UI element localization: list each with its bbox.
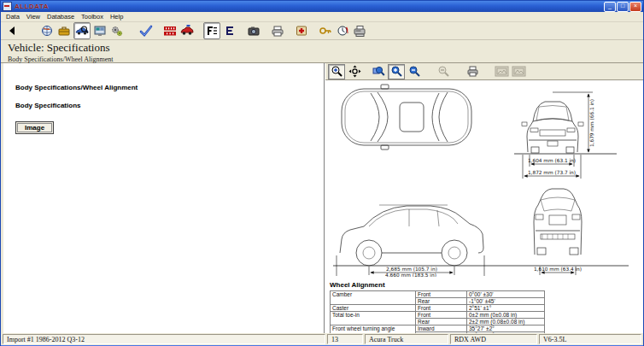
status-model: RDX AWD xyxy=(450,334,537,344)
status-make: Acura Truck xyxy=(365,334,448,344)
diagram-viewport[interactable]: 1,679 mm (66.1 in) 1,604 mm (63.1 in) 1,… xyxy=(325,80,643,333)
page-title: Vehicle: Specifications xyxy=(8,41,643,55)
key-icon[interactable] xyxy=(318,23,333,38)
value-cell: 2±2 mm (0.08±0.08 in) xyxy=(467,319,545,325)
table-row: Front wheel turning angle Inward 35°27' … xyxy=(331,325,545,332)
viewer-print-icon[interactable] xyxy=(465,65,480,79)
dim-front-height: 1,679 mm (66.1 in) xyxy=(589,99,594,147)
viewer-toolbar xyxy=(325,63,643,80)
position-cell: Front xyxy=(416,305,467,312)
wheel-alignment-table: Camber Front 0°00' ±30' Rear -1°00' ±45'… xyxy=(330,290,545,333)
left-heading-body-specs[interactable]: Body Specifications xyxy=(15,102,324,109)
position-cell: Outward xyxy=(416,332,467,334)
vehicle-dimensions-diagram: 1,679 mm (66.1 in) 1,604 mm (63.1 in) 1,… xyxy=(328,80,637,277)
breadcrumb: Body Specifications/Wheel Alignment xyxy=(8,56,643,63)
minimize-button[interactable]: _ xyxy=(604,2,616,12)
image-button[interactable]: Image xyxy=(15,121,54,134)
prev-image-disabled-icon xyxy=(494,65,509,79)
web-icon[interactable] xyxy=(39,23,55,38)
vehicle-search-icon[interactable] xyxy=(73,22,91,39)
zoom-plus-icon[interactable] xyxy=(388,64,405,79)
car-front-view xyxy=(514,102,617,154)
param-cell: Total toe-in xyxy=(331,312,416,325)
wheel-alignment-title: Wheel Alignment xyxy=(330,281,643,289)
position-cell: Rear xyxy=(416,298,467,305)
back-icon[interactable] xyxy=(5,23,20,38)
alldata-window: ALLDATA _ □ × Data View Database Toolbox… xyxy=(0,0,644,346)
new-car-icon[interactable] xyxy=(162,23,178,38)
menu-bar: Data View Database Toolbox Help xyxy=(1,12,643,22)
page-header: Vehicle: Specifications Body Specificati… xyxy=(1,40,643,63)
zoom-region-icon[interactable] xyxy=(371,65,386,79)
dim-rear-track: 1,610 mm (63.4 in) xyxy=(534,267,582,272)
fax-icon[interactable] xyxy=(352,23,367,38)
position-cell: Inward xyxy=(416,325,467,332)
left-panel: Body Specifications/Wheel Alignment Body… xyxy=(1,63,325,333)
manual-icon[interactable] xyxy=(294,23,309,38)
menu-data[interactable]: Data xyxy=(4,13,25,21)
value-cell: 2°51' ±1° xyxy=(467,305,545,312)
table-row: Total toe-in Front 0±2 mm (0±0.08 in) xyxy=(331,312,545,319)
status-bar: Import #1 1986-2012 Q3-12 13 Acura Truck… xyxy=(1,333,643,345)
image-viewer-icon[interactable] xyxy=(92,23,108,38)
param-cell: Camber xyxy=(331,291,416,305)
zoom-minus-icon[interactable] xyxy=(407,65,422,79)
camera-icon[interactable] xyxy=(246,23,261,38)
title-bar: ALLDATA _ □ × xyxy=(1,1,643,12)
history-icon[interactable] xyxy=(335,23,350,38)
maximize-button[interactable]: □ xyxy=(617,2,629,12)
status-count: 13 xyxy=(327,334,363,344)
menu-view[interactable]: View xyxy=(25,13,45,21)
main-area: Body Specifications/Wheel Alignment Body… xyxy=(1,63,643,333)
zoom-in-icon[interactable] xyxy=(328,64,345,79)
table-row: Camber Front 0°00' ±30' xyxy=(331,291,545,298)
zoom-out-disabled-icon xyxy=(436,65,451,79)
parts-icon[interactable] xyxy=(109,23,125,38)
status-engine: V6-3.5L xyxy=(539,334,641,344)
left-heading-wheel-alignment[interactable]: Body Specifications/Wheel Alignment xyxy=(15,84,324,91)
dim-front-track: 1,604 mm (63.1 in) xyxy=(528,158,576,163)
param-cell: Front wheel turning angle xyxy=(331,325,416,334)
pan-icon[interactable] xyxy=(347,65,362,79)
car-top-view xyxy=(342,85,471,150)
right-panel: 1,679 mm (66.1 in) 1,604 mm (63.1 in) 1,… xyxy=(325,63,643,333)
menu-toolbox[interactable]: Toolbox xyxy=(79,13,108,21)
value-cell: 0°00' ±30' xyxy=(467,291,545,298)
value-cell: 30°20' ±1° (Reference) xyxy=(467,332,545,334)
value-cell: 0±2 mm (0±0.08 in) xyxy=(467,312,545,319)
close-button[interactable]: × xyxy=(629,2,641,12)
position-cell: Rear xyxy=(416,319,467,325)
position-cell: Front xyxy=(416,312,467,319)
print-icon[interactable] xyxy=(270,23,285,38)
repair-car-icon[interactable] xyxy=(179,23,195,38)
dim-overall-length: 4,660 mm (183.5 in) xyxy=(385,273,436,278)
window-title: ALLDATA xyxy=(15,3,49,10)
value-cell: -1°00' ±45' xyxy=(467,298,545,305)
dim-overall-width: 1,872 mm (73.7 in) xyxy=(528,170,576,175)
frames-icon[interactable] xyxy=(203,22,220,39)
table-row: Caster Front 2°51' ±1° xyxy=(331,305,545,312)
message-check-icon[interactable] xyxy=(138,23,154,38)
front-dimensions xyxy=(523,92,593,179)
next-image-disabled-icon xyxy=(511,65,526,79)
car-side-view xyxy=(333,205,629,266)
menu-database[interactable]: Database xyxy=(45,13,79,21)
status-import: Import #1 1986-2012 Q3-12 xyxy=(3,334,325,344)
position-cell: Front xyxy=(416,291,467,298)
dim-wheelbase: 2,685 mm (105.7 in) xyxy=(386,267,437,272)
main-toolbar xyxy=(1,22,643,40)
toolbox-icon[interactable] xyxy=(56,23,72,38)
menu-help[interactable]: Help xyxy=(108,13,128,21)
text-view-icon[interactable] xyxy=(222,23,237,38)
app-icon xyxy=(3,2,12,11)
param-cell: Caster xyxy=(331,305,416,312)
car-rear-view xyxy=(534,189,582,255)
value-cell: 35°27' ±2° xyxy=(467,325,545,332)
